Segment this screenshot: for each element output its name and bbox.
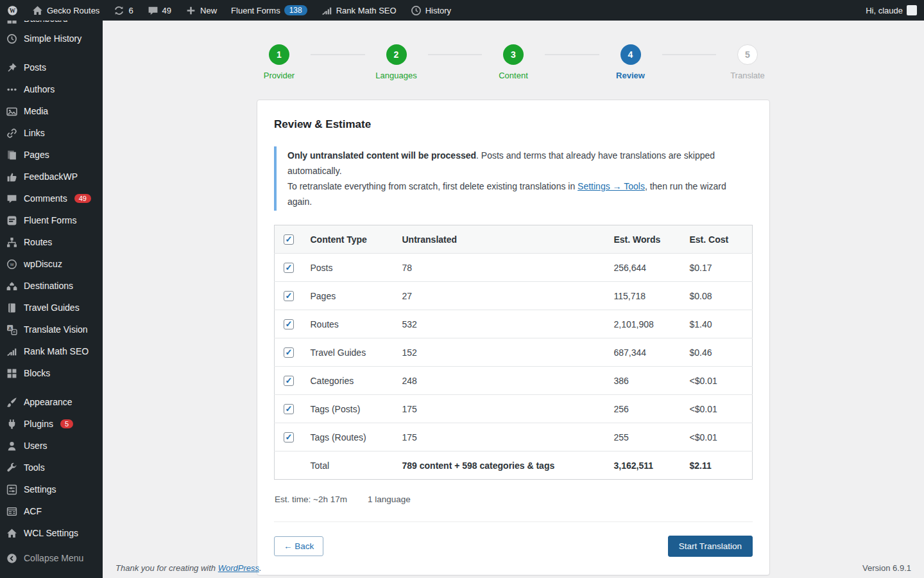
new-content-menu[interactable]: New (178, 0, 224, 21)
step-connector (662, 54, 717, 55)
step-review[interactable]: 4Review (608, 44, 653, 80)
step-label: Translate (730, 71, 765, 80)
checkbox-cell: ✓ (275, 423, 304, 451)
updates-count: 6 (128, 6, 133, 15)
site-name-menu[interactable]: Gecko Routes (25, 0, 107, 21)
row-checkbox[interactable]: ✓ (284, 347, 294, 358)
thumbs-up-icon (6, 171, 18, 183)
table-row-posts: ✓Posts78256,644$0.17 (275, 254, 753, 282)
sidebar-item-links[interactable]: Links (0, 122, 103, 144)
cell-est-cost: $0.17 (683, 254, 753, 282)
sidebar-item-destinations[interactable]: Destinations (0, 275, 103, 297)
sidebar-item-label: Destinations (24, 281, 73, 291)
step-content[interactable]: 3Content (491, 44, 536, 80)
cell-est-cost: $0.46 (683, 338, 753, 367)
start-translation-button[interactable]: Start Translation (668, 536, 753, 557)
sidebar-item-rank-math-seo[interactable]: Rank Math SEO (0, 340, 103, 362)
sidebar-item-wpdiscuz[interactable]: wwpDiscuz (0, 253, 103, 275)
menu-separator (0, 49, 103, 57)
form-icon (6, 215, 18, 227)
back-button[interactable]: ← Back (274, 536, 323, 556)
row-checkbox[interactable]: ✓ (284, 376, 294, 386)
sidebar-item-appearance[interactable]: Appearance (0, 391, 103, 413)
cell-content-type: Routes (304, 310, 396, 338)
updates-icon (114, 5, 124, 16)
footer-version: Version 6.9.1 (862, 563, 911, 573)
wordpress-logo-icon: W (7, 5, 18, 16)
plugin-icon (6, 418, 18, 430)
sidebar-item-label: Simple History (24, 33, 81, 44)
sidebar-item-blocks[interactable]: Blocks (0, 362, 103, 384)
user-greeting: Hi, claude (866, 6, 903, 15)
wp-logo-menu[interactable]: W (0, 0, 25, 21)
table-row-categories: ✓Categories248386<$0.01 (275, 367, 753, 395)
sidebar-item-wcl-settings[interactable]: WCL Settings (0, 522, 103, 544)
review-estimate-card: Review & Estimate Only untranslated cont… (257, 100, 770, 575)
wrench-icon (6, 462, 18, 474)
sidebar-item-label: Links (24, 128, 45, 138)
sidebar-item-feedbackwp[interactable]: FeedbackWP (0, 166, 103, 188)
history-label: History (425, 6, 451, 15)
row-checkbox[interactable]: ✓ (284, 263, 294, 273)
clipped-menu-item: Dashboard (0, 21, 103, 28)
comments-menu[interactable]: 49 (141, 0, 178, 21)
sidebar-item-label: wpDiscuz (24, 259, 62, 269)
sidebar-item-label: Rank Math SEO (24, 346, 89, 356)
sidebar-item-simple-history[interactable]: Simple History (0, 28, 103, 49)
sidebar-item-translate-vision[interactable]: ATranslate Vision (0, 319, 103, 340)
sidebar-item-posts[interactable]: Posts (0, 57, 103, 78)
count-badge: 5 (60, 419, 73, 428)
my-account-menu[interactable]: Hi, claude (859, 0, 924, 21)
sidebar-item-routes[interactable]: Routes (0, 231, 103, 253)
row-checkbox[interactable]: ✓ (284, 319, 294, 329)
step-languages[interactable]: 2Languages (374, 44, 419, 80)
sidebar-item-travel-guides[interactable]: Travel Guides (0, 297, 103, 319)
collapse-menu-button[interactable]: Collapse Menu (0, 547, 103, 569)
estimate-summary: Est. time: ~2h 17m 1 language (275, 495, 753, 504)
sidebar-item-plugins[interactable]: Plugins5 (0, 413, 103, 435)
sidebar-item-label: Dashboard (24, 21, 68, 24)
sidebar-item-users[interactable]: Users (0, 435, 103, 457)
checkbox-cell: ✓ (275, 282, 304, 310)
admin-bar: W Gecko Routes 6 49 New Fluent Forms 138… (0, 0, 924, 21)
sidebar-item-authors[interactable]: Authors (0, 78, 103, 100)
row-checkbox[interactable]: ✓ (284, 404, 294, 414)
row-checkbox[interactable]: ✓ (284, 291, 294, 301)
fluent-forms-badge: 138 (284, 5, 307, 15)
history-menu[interactable]: History (404, 0, 458, 21)
table-row-tags-posts: ✓Tags (Posts)175256<$0.01 (275, 395, 753, 423)
divider (274, 521, 753, 522)
cell-est-words: 687,344 (608, 338, 683, 367)
sidebar-item-media[interactable]: Media (0, 100, 103, 122)
sidebar-item-settings[interactable]: Settings (0, 478, 103, 500)
sidebar-item-fluent-forms[interactable]: Fluent Forms (0, 209, 103, 231)
settings-tools-link[interactable]: Settings → Tools (578, 181, 645, 191)
sidebar-item-tools[interactable]: Tools (0, 457, 103, 478)
table-row-travel-guides: ✓Travel Guides152687,344$0.46 (275, 338, 753, 367)
total-summary: 789 content + 598 categories & tags (396, 451, 608, 480)
step-translate[interactable]: 5Translate (725, 44, 770, 80)
step-provider[interactable]: 1Provider (257, 44, 302, 80)
sidebar-item-label: Fluent Forms (24, 215, 76, 225)
updates-menu[interactable]: 6 (107, 0, 140, 21)
sidebar-item-pages[interactable]: Pages (0, 144, 103, 166)
wizard-actions: ← Back Start Translation (274, 536, 753, 557)
dashboard-icon (6, 21, 18, 25)
cell-content-type: Tags (Routes) (304, 423, 396, 451)
fluent-forms-menu[interactable]: Fluent Forms 138 (224, 0, 314, 21)
main-content: 1Provider2Languages3Content4Review5Trans… (103, 0, 924, 578)
wordpress-link[interactable]: WordPress (218, 563, 259, 573)
sidebar-item-label: Appearance (24, 397, 73, 407)
total-cost: $2.11 (683, 451, 753, 480)
sidebar-item-comments[interactable]: Comments49 (0, 188, 103, 209)
estimate-table: ✓ Content Type Untranslated Est. Words E… (274, 225, 753, 480)
select-all-checkbox[interactable]: ✓ (284, 234, 294, 245)
rank-math-menu[interactable]: Rank Math SEO (314, 0, 404, 21)
row-checkbox[interactable]: ✓ (284, 432, 294, 442)
sidebar-item-dashboard[interactable]: Dashboard (0, 21, 103, 28)
comment-icon (148, 5, 158, 16)
sidebar-item-acf[interactable]: ACF (0, 500, 103, 522)
clock-icon (411, 5, 422, 16)
total-words: 3,162,511 (608, 451, 683, 480)
clock-icon (6, 33, 18, 45)
